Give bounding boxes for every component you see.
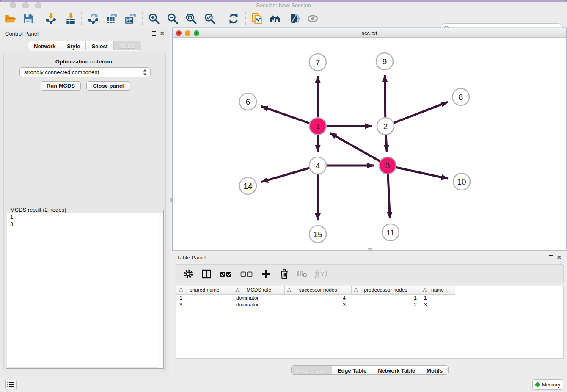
float-table-panel-icon[interactable] (549, 255, 553, 259)
open-session-icon[interactable] (3, 11, 17, 26)
chevron-up-down-icon (143, 69, 147, 76)
export-image-icon[interactable] (123, 11, 138, 26)
control-panel-tabs: NetworkStyleSelectMCDS (0, 41, 169, 50)
save-session-icon[interactable] (21, 11, 36, 26)
task-history-button[interactable] (5, 380, 17, 389)
zoom-selected-icon[interactable] (203, 11, 217, 26)
result-scrollbar[interactable] (158, 213, 163, 368)
column-type-icon (287, 288, 292, 293)
titlebar-accent-strip (0, 0, 567, 2)
zoom-out-icon[interactable] (165, 11, 180, 26)
tab-node-table[interactable]: Node Table (292, 366, 332, 374)
table-settings-icon[interactable] (182, 268, 194, 280)
close-panel-button[interactable]: Close panel (86, 81, 130, 91)
toolbar-separator (223, 12, 223, 25)
criterion-dropdown-value: strongly connected component (24, 69, 99, 75)
refresh-view-icon[interactable] (226, 11, 241, 26)
toolbar-separator (142, 12, 143, 25)
column-type-icon (354, 288, 358, 293)
graph-node-14[interactable]: 14 (239, 177, 256, 194)
graph-node-label: 14 (243, 182, 253, 190)
control-panel-title: Control Panel (5, 30, 39, 37)
table-toolbar: f(x) (176, 264, 564, 283)
graph-node-8[interactable]: 8 (452, 88, 469, 105)
table-row[interactable]: 1dominator411 (176, 295, 455, 301)
graph-node-4[interactable]: 4 (309, 157, 326, 174)
result-list-item[interactable]: 1 (7, 213, 162, 221)
export-network-icon[interactable] (86, 11, 100, 26)
export-table-icon[interactable] (105, 11, 119, 26)
tab-motifs[interactable]: Motifs (421, 366, 448, 374)
splitter-handle[interactable] (170, 198, 172, 202)
graph-node-3[interactable]: 3 (379, 157, 396, 174)
graph-node-label: 7 (316, 58, 320, 67)
show-graphics-details-icon[interactable] (306, 11, 320, 26)
delete-column-icon[interactable] (278, 268, 290, 280)
deselect-all-columns-icon[interactable] (239, 268, 254, 280)
tab-network-table[interactable]: Network Table (372, 366, 421, 374)
column-header-successor-nodes[interactable]: successor nodes (285, 286, 352, 294)
function-builder-icon[interactable]: f(x) (315, 268, 327, 279)
column-header-name[interactable]: name (420, 286, 455, 294)
graph-edge-3-1[interactable] (330, 133, 388, 166)
graph-node-2[interactable]: 2 (377, 118, 394, 135)
memory-label: Memory (542, 382, 560, 388)
result-list-item[interactable]: 3 (7, 221, 162, 228)
table-row[interactable]: 3dominator323 (176, 301, 455, 308)
memory-status-icon (535, 382, 540, 387)
criterion-dropdown[interactable]: strongly connected component (19, 67, 151, 77)
table-cell: 1 (352, 295, 420, 301)
mcds-result-list[interactable]: 13 (7, 213, 162, 367)
graph-node-label: 1 (316, 122, 320, 131)
graph-edge-3-10[interactable] (388, 166, 448, 179)
tab-mcds[interactable]: MCDS (114, 41, 141, 50)
network-canvas[interactable]: 7968124314101511 (173, 38, 566, 250)
column-header-shared-name[interactable]: shared name (176, 286, 233, 294)
network-resize-handle[interactable] (368, 248, 372, 251)
table-cell: 3 (420, 301, 455, 308)
add-column-icon[interactable] (260, 268, 272, 280)
graph-node-10[interactable]: 10 (453, 173, 470, 190)
graph-node-6[interactable]: 6 (239, 93, 256, 110)
tab-style[interactable]: Style (61, 41, 86, 50)
zoom-in-icon[interactable] (147, 11, 161, 26)
graph-edge-2-8[interactable] (385, 102, 448, 126)
table-cell: 2 (352, 301, 420, 308)
close-panel-icon[interactable]: ✕ (160, 30, 165, 37)
close-table-panel-icon[interactable]: ✕ (556, 254, 561, 261)
clone-network-icon[interactable] (250, 11, 264, 26)
application-window: Session: New Session (0, 0, 567, 392)
graph-node-15[interactable]: 15 (309, 226, 326, 243)
tab-edge-table[interactable]: Edge Table (332, 366, 372, 374)
import-table-icon[interactable] (63, 11, 78, 26)
run-mcds-button[interactable]: Run MCDS (41, 81, 81, 91)
tab-select[interactable]: Select (86, 41, 113, 50)
select-all-columns-icon[interactable] (219, 268, 233, 280)
network-window-title: scc.txt (173, 30, 566, 36)
graph-node-1[interactable]: 1 (309, 118, 326, 135)
show-column-panel-icon[interactable] (201, 268, 212, 280)
float-panel-icon[interactable] (152, 31, 156, 36)
memory-button[interactable]: Memory (532, 379, 563, 390)
network-window-titlebar[interactable]: ✕ − + scc.txt (173, 28, 566, 38)
column-header-MCDS-role[interactable]: MCDS role (233, 286, 285, 294)
graph-node-label: 10 (457, 177, 466, 186)
panel-splitter-vertical[interactable] (169, 28, 173, 376)
column-header-predecessor-nodes[interactable]: predecessor nodes (352, 286, 420, 294)
optimization-criterion-label: Optimization criterion: (4, 58, 165, 65)
first-neighbors-icon[interactable] (268, 11, 282, 26)
graph-node-label: 9 (383, 57, 387, 66)
zoom-fit-icon[interactable] (184, 11, 198, 26)
graph-node-9[interactable]: 9 (376, 53, 393, 70)
mcds-panel: Optimization criterion: strongly connect… (3, 52, 166, 371)
network-view-window: ✕ − + scc.txt 7968124314101511 (173, 28, 566, 251)
table-panel-title: Table Panel (177, 254, 206, 261)
graph-node-label: 4 (316, 161, 320, 170)
graph-node-7[interactable]: 7 (309, 54, 326, 71)
delete-table-icon[interactable] (297, 268, 308, 280)
tab-network[interactable]: Network (28, 41, 61, 50)
graph-node-11[interactable]: 11 (382, 224, 399, 241)
column-type-icon (179, 288, 183, 293)
import-network-icon[interactable] (44, 11, 58, 26)
hide-graphics-details-icon[interactable] (286, 11, 301, 26)
